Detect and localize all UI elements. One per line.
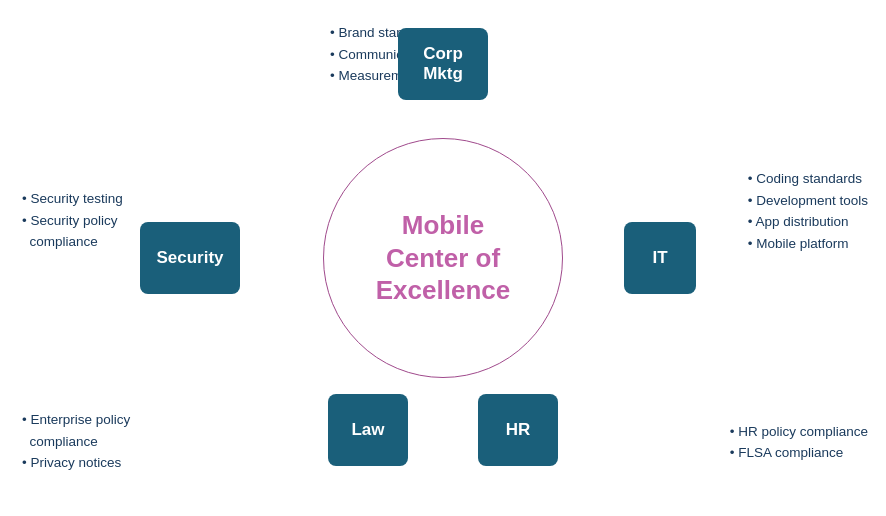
center-line3: Excellence	[376, 275, 510, 305]
center-line2: Center of	[386, 243, 500, 273]
bullet-hr: HR policy compliance FLSA compliance	[730, 421, 868, 464]
bullet-hr-1: HR policy compliance	[730, 421, 868, 443]
bullet-it-1: Coding standards	[748, 168, 868, 190]
bullet-law-1: Enterprise policy compliance	[22, 409, 130, 452]
dept-security: Security	[140, 222, 240, 294]
bullet-security-1: Security testing	[22, 188, 123, 210]
diagram-container: Mobile Center of Excellence CorpMktg IT …	[0, 0, 886, 516]
dept-hr-label: HR	[506, 420, 531, 440]
dept-hr: HR	[478, 394, 558, 466]
bullet-law: Enterprise policy compliance Privacy not…	[22, 409, 130, 474]
dept-it: IT	[624, 222, 696, 294]
center-text: Mobile Center of Excellence	[376, 209, 510, 307]
bullet-hr-2: FLSA compliance	[730, 442, 868, 464]
bullet-it-2: Development tools	[748, 190, 868, 212]
dept-corp-mktg: CorpMktg	[398, 28, 488, 100]
bullet-law-2: Privacy notices	[22, 452, 130, 474]
dept-law-label: Law	[351, 420, 384, 440]
center-circle: Mobile Center of Excellence	[323, 138, 563, 378]
dept-security-label: Security	[156, 248, 223, 268]
dept-it-label: IT	[652, 248, 667, 268]
bullet-security-2: Security policy compliance	[22, 210, 123, 253]
dept-law: Law	[328, 394, 408, 466]
dept-corp-mktg-label: CorpMktg	[423, 44, 463, 84]
bullet-it-3: App distribution	[748, 211, 868, 233]
center-line1: Mobile	[402, 210, 484, 240]
bullet-security: Security testing Security policy complia…	[22, 188, 123, 253]
bullet-it: Coding standards Development tools App d…	[748, 168, 868, 254]
bullet-it-4: Mobile platform	[748, 233, 868, 255]
